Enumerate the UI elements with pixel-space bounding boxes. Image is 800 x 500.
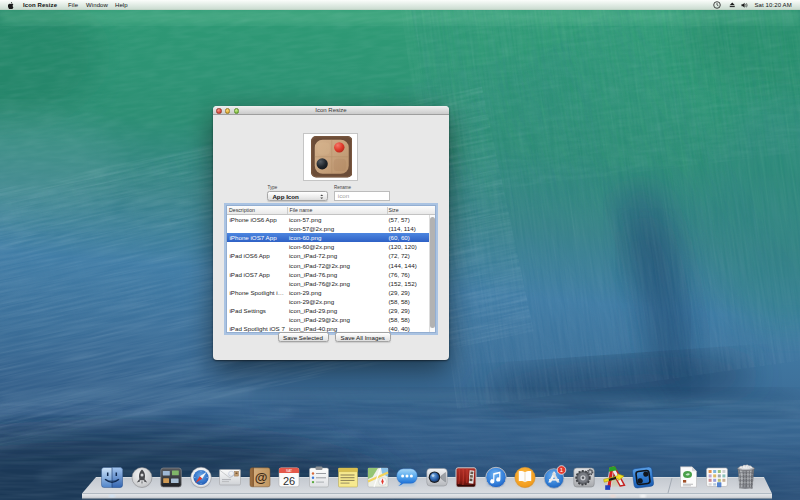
svg-text:@: @ bbox=[254, 469, 267, 484]
svg-text:26: 26 bbox=[283, 474, 295, 486]
svg-text:SAT: SAT bbox=[286, 469, 292, 473]
